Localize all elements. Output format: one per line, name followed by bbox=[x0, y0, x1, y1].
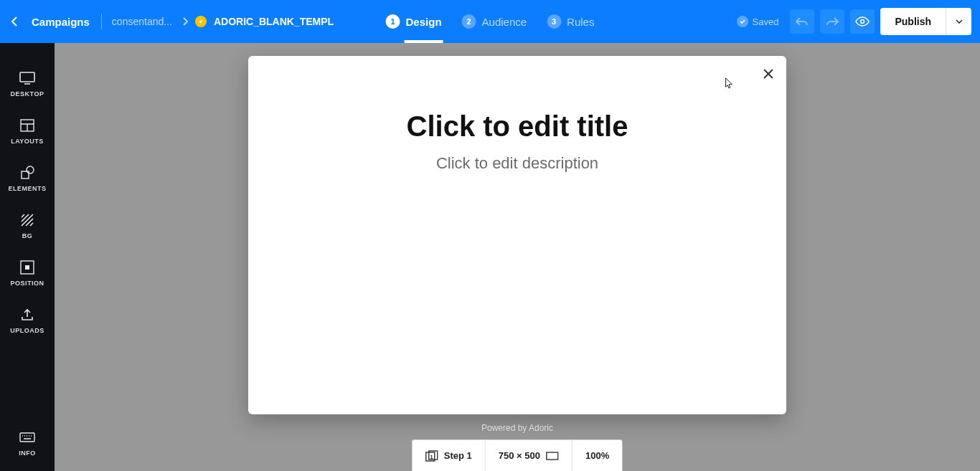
sidebar-item-elements[interactable]: ELEMENTS bbox=[0, 155, 55, 202]
redo-button[interactable] bbox=[820, 9, 844, 34]
publish-group: Publish bbox=[880, 8, 971, 35]
undo-button[interactable] bbox=[790, 9, 814, 34]
sidebar-item-label: POSITION bbox=[10, 280, 44, 287]
svg-rect-11 bbox=[547, 452, 558, 460]
canvas-area[interactable]: Click to edit title Click to edit descri… bbox=[55, 43, 980, 471]
step-label: Audience bbox=[482, 16, 527, 28]
close-icon bbox=[763, 69, 773, 79]
saved-label: Saved bbox=[753, 16, 779, 27]
sidebar-item-info[interactable]: INFO bbox=[0, 419, 55, 471]
publish-dropdown[interactable] bbox=[946, 8, 971, 35]
wizard-steps: 1 Design 2 Audience 3 Rules bbox=[386, 0, 595, 43]
breadcrumb: Campaigns consentand... ADORIC_BLANK_TEM… bbox=[6, 13, 334, 30]
svg-text:1: 1 bbox=[430, 454, 433, 460]
zoom-display[interactable]: 100% bbox=[573, 440, 622, 471]
svg-rect-1 bbox=[20, 72, 34, 82]
step-number: 3 bbox=[547, 14, 561, 29]
step-selector[interactable]: 1 Step 1 bbox=[413, 440, 486, 471]
status-dot-icon bbox=[195, 16, 207, 27]
preview-button[interactable] bbox=[850, 9, 875, 34]
bottom-bar: 1 Step 1 750 × 500 100% bbox=[412, 439, 623, 471]
step-number: 1 bbox=[386, 14, 400, 29]
sidebar-item-label: UPLOADS bbox=[10, 327, 44, 334]
topbar: Campaigns consentand... ADORIC_BLANK_TEM… bbox=[0, 0, 980, 43]
layouts-icon bbox=[19, 118, 35, 133]
step-design[interactable]: 1 Design bbox=[386, 0, 442, 43]
dimensions-value: 750 × 500 bbox=[499, 450, 540, 461]
topbar-actions: Saved Publish bbox=[737, 8, 971, 35]
steps-icon: 1 bbox=[425, 449, 438, 462]
step-label: Rules bbox=[567, 16, 594, 28]
popup-title[interactable]: Click to edit title bbox=[248, 110, 786, 143]
campaigns-link[interactable]: Campaigns bbox=[26, 16, 95, 28]
aspect-icon bbox=[546, 449, 559, 462]
publish-button[interactable]: Publish bbox=[880, 8, 946, 35]
dimensions-display[interactable]: 750 × 500 bbox=[486, 440, 573, 471]
step-label: Design bbox=[406, 16, 442, 28]
saved-indicator: Saved bbox=[737, 16, 779, 27]
step-rules[interactable]: 3 Rules bbox=[547, 0, 594, 43]
check-circle-icon bbox=[737, 16, 748, 27]
sidebar-item-bg[interactable]: BG bbox=[0, 202, 55, 249]
powered-by-label: Powered by Adoric bbox=[481, 423, 553, 433]
zoom-value: 100% bbox=[585, 450, 609, 461]
sidebar-item-label: LAYOUTS bbox=[11, 138, 44, 145]
template-name[interactable]: ADORIC_BLANK_TEMPL bbox=[214, 16, 334, 27]
sidebar-item-uploads[interactable]: UPLOADS bbox=[0, 297, 55, 344]
chevron-right-icon bbox=[179, 17, 192, 26]
site-name-link[interactable]: consentand... bbox=[108, 16, 176, 27]
undo-icon bbox=[796, 16, 809, 27]
sidebar-item-label: ELEMENTS bbox=[8, 185, 46, 192]
sidebar-item-label: INFO bbox=[19, 449, 36, 457]
chevron-left-icon bbox=[11, 16, 17, 27]
svg-rect-6 bbox=[25, 265, 29, 270]
cursor-pointer-icon bbox=[723, 77, 735, 89]
svg-point-4 bbox=[27, 166, 34, 173]
eye-icon bbox=[855, 16, 870, 27]
close-button[interactable] bbox=[760, 66, 776, 82]
redo-icon bbox=[826, 16, 839, 27]
divider bbox=[101, 14, 102, 29]
popup-description[interactable]: Click to edit description bbox=[248, 154, 786, 173]
background-icon bbox=[19, 212, 35, 228]
popup-canvas[interactable]: Click to edit title Click to edit descri… bbox=[248, 56, 786, 414]
sidebar-item-label: BG bbox=[22, 232, 33, 239]
sidebar-item-position[interactable]: POSITION bbox=[0, 249, 55, 297]
step-label: Step 1 bbox=[444, 450, 472, 461]
upload-icon bbox=[19, 307, 35, 323]
keyboard-icon bbox=[19, 429, 35, 445]
sidebar-item-label: DESKTOP bbox=[11, 90, 44, 97]
sidebar: DESKTOP LAYOUTS ELEMENTS BG POSITION UPL… bbox=[0, 43, 55, 471]
svg-point-0 bbox=[861, 20, 864, 24]
sidebar-item-layouts[interactable]: LAYOUTS bbox=[0, 108, 55, 155]
svg-rect-7 bbox=[20, 433, 34, 442]
position-icon bbox=[19, 260, 35, 275]
back-button[interactable] bbox=[6, 13, 23, 30]
elements-icon bbox=[19, 165, 35, 181]
step-number: 2 bbox=[462, 14, 476, 29]
chevron-down-icon bbox=[956, 19, 963, 24]
step-audience[interactable]: 2 Audience bbox=[462, 0, 527, 43]
sidebar-item-desktop[interactable]: DESKTOP bbox=[0, 60, 55, 108]
desktop-icon bbox=[19, 70, 35, 86]
